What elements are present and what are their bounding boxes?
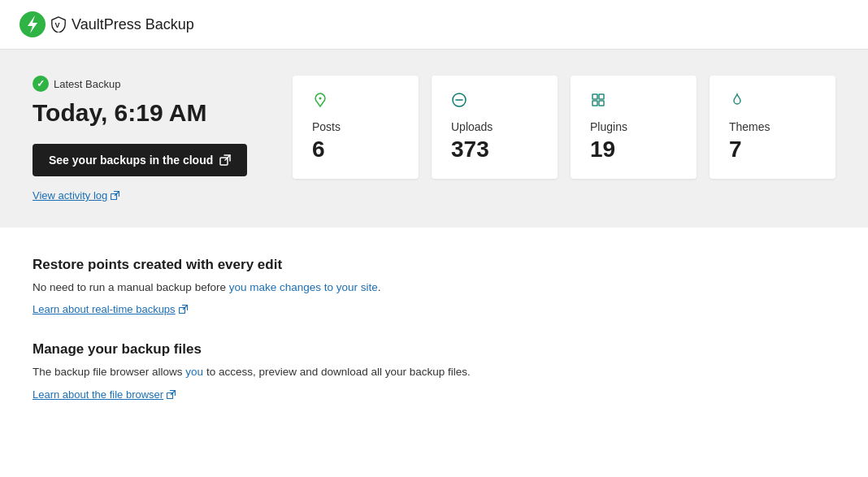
- posts-label: Posts: [312, 120, 399, 133]
- app-title: VaultPress Backup: [72, 16, 194, 33]
- backup-time: Today, 6:19 AM: [33, 98, 260, 128]
- backup-info: ✓ Latest Backup Today, 6:19 AM See your …: [33, 76, 260, 202]
- svg-rect-11: [599, 94, 604, 99]
- posts-icon: [312, 92, 399, 112]
- uploads-icon: [451, 92, 538, 112]
- activity-log-external-icon: [111, 191, 119, 200]
- stats-cards: Posts 6 Uploads 373: [293, 76, 835, 179]
- activity-log-link[interactable]: View activity log: [33, 189, 260, 202]
- plugins-icon: [590, 92, 677, 112]
- cloud-button-label: See your backups in the cloud: [49, 154, 213, 167]
- filebrowser-ext-icon: [167, 390, 176, 399]
- realtime-ext-icon: [179, 305, 188, 314]
- manage-desc-link1[interactable]: you: [185, 366, 203, 378]
- external-link-icon: [219, 154, 231, 166]
- svg-rect-10: [592, 94, 597, 99]
- backup-section: ✓ Latest Backup Today, 6:19 AM See your …: [0, 50, 868, 228]
- manage-title: Manage your backup files: [33, 341, 835, 358]
- manage-section: Manage your backup files The backup file…: [33, 341, 835, 400]
- svg-point-7: [319, 98, 322, 100]
- restore-section: Restore points created with every edit N…: [33, 257, 835, 315]
- svg-text:V: V: [54, 21, 59, 29]
- uploads-card: Uploads 373: [432, 76, 558, 179]
- restore-desc: No need to run a manual backup before yo…: [33, 280, 835, 296]
- themes-value: 7: [729, 137, 816, 163]
- uploads-label: Uploads: [451, 120, 538, 133]
- vaultpress-bolt-icon: [20, 11, 46, 37]
- plugins-card: Plugins 19: [571, 76, 697, 179]
- svg-rect-13: [599, 101, 604, 106]
- info-sections: Restore points created with every edit N…: [0, 228, 868, 456]
- latest-label: Latest Backup: [54, 78, 120, 90]
- posts-value: 6: [312, 137, 399, 163]
- brand-name: VaultPress: [72, 16, 141, 33]
- uploads-value: 373: [451, 137, 538, 163]
- posts-card: Posts 6: [293, 76, 419, 179]
- cloud-backups-button[interactable]: See your backups in the cloud: [33, 144, 247, 176]
- svg-rect-12: [592, 101, 597, 106]
- learn-file-browser-link[interactable]: Learn about the file browser: [33, 388, 176, 401]
- latest-backup-badge: ✓ Latest Backup: [33, 76, 260, 92]
- manage-desc: The backup file browser allows you to ac…: [33, 364, 835, 380]
- learn-realtime-backups-link[interactable]: Learn about real-time backups: [33, 303, 188, 315]
- vaultpress-shield-icon: V: [50, 16, 67, 33]
- plugins-value: 19: [590, 137, 677, 163]
- restore-title: Restore points created with every edit: [33, 257, 835, 273]
- restore-desc-link[interactable]: you make changes to your site: [229, 281, 378, 293]
- main-content: ✓ Latest Backup Today, 6:19 AM See your …: [0, 50, 868, 456]
- header: V VaultPress Backup: [0, 0, 868, 50]
- plugins-label: Plugins: [590, 120, 677, 133]
- brand-subtitle: Backup: [141, 16, 194, 33]
- themes-label: Themes: [729, 120, 816, 133]
- themes-icon: [729, 92, 816, 112]
- check-icon: ✓: [33, 76, 49, 92]
- logo: V VaultPress Backup: [20, 11, 194, 37]
- themes-card: Themes 7: [710, 76, 835, 179]
